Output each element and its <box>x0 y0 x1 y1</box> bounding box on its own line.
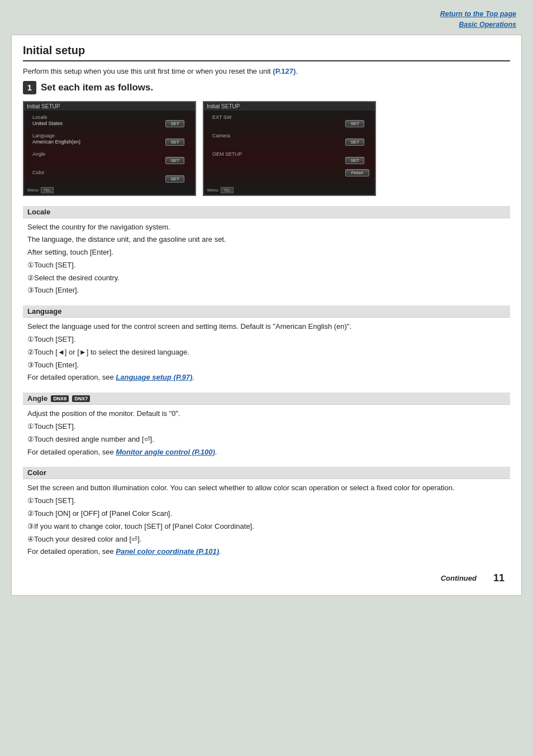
ss1-locale-item: Locale United States SET <box>27 112 192 129</box>
ss1-locale-set[interactable]: SET <box>165 120 184 127</box>
ss2-extsw-item: EXT SW SET <box>207 112 372 129</box>
section-header-angle: Angle DNX8 DNX7 <box>23 393 510 405</box>
page-number: 11 <box>493 572 505 584</box>
continued-label: Continued <box>441 574 477 582</box>
section-body-color: Set the screen and button illumination c… <box>23 481 510 561</box>
panel-color-link[interactable]: Panel color coordinate (P.101) <box>116 547 219 556</box>
ss1-color-set[interactable]: SET <box>165 175 184 183</box>
ss2-oem-set[interactable]: SET <box>345 157 364 164</box>
basic-ops-link[interactable]: Basic Operations <box>11 20 516 30</box>
ss1-bottom: Menu TEL <box>24 185 195 195</box>
monitor-angle-link[interactable]: Monitor angle control (P.100) <box>116 448 215 456</box>
intro-text-main: Perform this setup when you use this uni… <box>23 67 271 75</box>
ss2-camera-item: Camera SET <box>207 130 372 147</box>
section-body-angle: Adjust the position of the monitor. Defa… <box>23 407 510 461</box>
section-color: Color Set the screen and button illumina… <box>23 467 510 561</box>
section-body-locale: Select the country for the navigation sy… <box>23 221 510 300</box>
page-wrapper: Return to the Top page Basic Operations … <box>0 0 533 756</box>
step-header: 1 Set each item as follows. <box>23 81 510 94</box>
intro-link[interactable]: (P.127) <box>273 67 296 75</box>
ss2-oem-item: OEM SETUP SET <box>207 149 372 166</box>
intro-text: Perform this setup when you use this uni… <box>23 67 510 75</box>
ss2-title: Initial SETUP <box>204 102 375 111</box>
section-locale: Locale Select the country for the naviga… <box>23 206 510 300</box>
ss2-bottom: Menu TEL <box>204 185 375 195</box>
ss1-color-item: Color SET <box>27 167 192 184</box>
screenshot-2: Initial SETUP EXT SW SET <box>203 101 376 196</box>
ss1-angle-item: Angle SET <box>27 149 192 166</box>
ss1-language-set[interactable]: SET <box>165 138 184 146</box>
ss1-angle-set[interactable]: SET <box>165 157 184 164</box>
main-content: Initial setup Perform this setup when yo… <box>11 35 522 596</box>
ss2-extsw-set[interactable]: SET <box>345 120 364 127</box>
section-language: Language Select the language used for th… <box>23 305 510 387</box>
step-number: 1 <box>23 81 36 94</box>
badge-dnx7: DNX7 <box>72 395 90 402</box>
step-text: Set each item as follows. <box>41 82 153 93</box>
section-header-language: Language <box>23 305 510 318</box>
screenshot-1: Initial SETUP Locale United States SET <box>23 101 196 196</box>
ss2-camera-set[interactable]: SET <box>345 138 364 146</box>
badge-dnx8: DNX8 <box>51 395 69 402</box>
screenshots: Initial SETUP Locale United States SET <box>23 101 510 196</box>
language-setup-link[interactable]: Language setup (P.97) <box>116 373 192 381</box>
ss1-title: Initial SETUP <box>24 102 195 111</box>
page-footer: Continued 11 <box>23 572 510 584</box>
ss2-finish-button[interactable]: Finish <box>345 169 369 176</box>
top-nav: Return to the Top page Basic Operations <box>11 6 522 32</box>
page-title: Initial setup <box>23 44 510 61</box>
ss2-finish-row: Finish <box>204 167 375 179</box>
section-header-locale: Locale <box>23 206 510 218</box>
return-top-link[interactable]: Return to the Top page <box>11 9 516 20</box>
section-header-color: Color <box>23 467 510 479</box>
ss1-language-item: Language American English(en) SET <box>27 130 192 147</box>
section-angle: Angle DNX8 DNX7 Adjust the position of t… <box>23 393 510 461</box>
section-body-language: Select the language used for the control… <box>23 320 510 387</box>
